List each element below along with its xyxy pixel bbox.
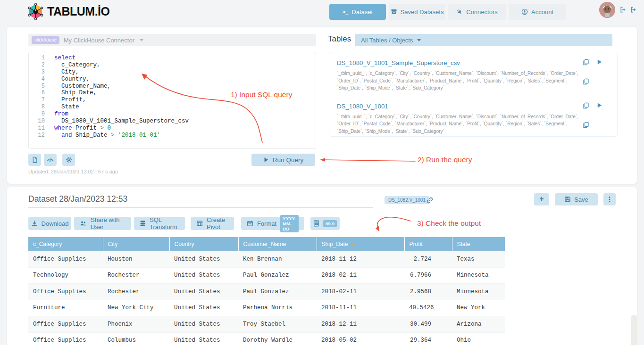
connector-selector[interactable]: clickhouse My ClickHouse Connector — [28, 34, 316, 46]
sql-token: > — [100, 125, 104, 131]
download-button[interactable]: Download — [28, 217, 71, 230]
annotation-input-sql: 1) Input SQL query — [231, 90, 292, 99]
table-cell: Ohio — [452, 332, 505, 345]
format-date-button[interactable]: Format YYYY-MM-DD — [241, 217, 304, 230]
column-header[interactable]: State — [452, 237, 505, 251]
sql-token: Customer_Name, — [54, 83, 111, 90]
column-header[interactable]: Country — [169, 237, 238, 251]
column-header[interactable]: Profit — [404, 237, 452, 251]
dataset-link-icon[interactable] — [426, 197, 434, 204]
run-query-button[interactable]: Run Query — [251, 154, 315, 166]
sql-code-line[interactable]: 12 and Ship_Date > '2018-01-01' — [29, 132, 316, 139]
sql-token: DS_1080_V_1001_Sample_Superstore_csv — [54, 118, 189, 124]
line-number: 9 — [29, 111, 45, 118]
nav-tab-connectors[interactable]: Connectors — [448, 4, 506, 20]
table-row[interactable]: Office SuppliesPhoenixUnited StatesTroy … — [28, 316, 505, 333]
table-cell: 2.9568 — [404, 284, 452, 300]
table-row[interactable]: Office SuppliesRochesterUnited StatesPau… — [28, 284, 505, 300]
table-cell: Office Supplies — [28, 284, 103, 300]
chevron-down-icon — [417, 39, 421, 41]
result-table: c_CategoryCityCountryCustomer_NameShip_D… — [28, 237, 505, 345]
format-code-button[interactable]: </> — [44, 154, 57, 166]
save-dataset-button[interactable]: Save — [555, 193, 598, 205]
line-number: 10 — [29, 118, 45, 125]
avatar[interactable] — [599, 2, 615, 18]
sql-code-line[interactable]: 4 Country, — [29, 76, 316, 83]
vertical-scrollbar-thumb[interactable] — [631, 315, 637, 345]
person-circle-icon — [521, 8, 528, 15]
create-pivot-button[interactable]: Create Pivot — [191, 217, 234, 230]
copy-columns-icon[interactable] — [583, 122, 589, 128]
table-cell: Troy Staebel — [238, 316, 317, 333]
sql-code-line[interactable]: 8 State — [29, 104, 316, 111]
table-entry-name[interactable]: DS_1080_V_1001 — [337, 103, 388, 110]
date-format-dot — [351, 243, 353, 245]
app-root: TABLUM.İO >_ Dataset Saved Datasets Conn… — [0, 0, 644, 345]
add-dataset-button[interactable]: + — [534, 193, 549, 205]
sql-code-line[interactable]: 9from — [29, 111, 316, 118]
format-pattern-badge: YYYY-MM-DD — [280, 215, 299, 232]
table-cell: 2018-11-12 — [317, 251, 404, 267]
table-cell: 29.364 — [404, 332, 452, 345]
sql-token: '2018-01-01' — [118, 132, 160, 139]
query-table-play-icon[interactable] — [596, 102, 602, 108]
table-cell: Office Supplies — [28, 316, 103, 333]
sql-token: Profit, — [54, 97, 86, 103]
line-number: 7 — [29, 97, 45, 104]
sql-code-line[interactable]: 11where Profit > 0 — [29, 125, 316, 132]
table-cell: Texas — [452, 251, 505, 267]
line-number: 1 — [29, 55, 45, 62]
table-row[interactable]: FurnitureNew York CityUnited StatesParhe… — [28, 300, 505, 316]
copy-table-name-icon[interactable] — [583, 59, 589, 66]
query-table-play-icon[interactable] — [596, 59, 602, 65]
table-row[interactable]: TechnologyRochesterUnited StatesPaul Gon… — [28, 267, 505, 284]
document-icon — [32, 156, 38, 163]
copy-columns-icon[interactable] — [583, 78, 589, 85]
column-header[interactable]: Customer_Name — [238, 237, 317, 251]
query-updated-status: Updated: 28/Jan/2023 13:02 | 57 s ago — [28, 169, 118, 174]
column-header[interactable]: Ship_Date — [317, 237, 404, 251]
column-header[interactable]: City — [103, 237, 169, 251]
play-icon — [263, 157, 269, 163]
sql-transform-button[interactable]: SQL Transform — [134, 217, 185, 230]
new-query-button[interactable] — [28, 154, 41, 166]
copy-table-name-icon[interactable] — [583, 102, 589, 109]
table-row[interactable]: Office SuppliesHoustonUnited StatesKen B… — [28, 251, 505, 267]
table-cell: 2018-12-11 — [317, 316, 404, 333]
sql-editor[interactable]: 1select2 c_Category,3 City,4 Country,5 C… — [28, 52, 316, 149]
table-cell: New York City — [103, 300, 169, 316]
sql-code-line[interactable]: 5 Customer_Name, — [29, 83, 316, 90]
line-number: 8 — [29, 104, 45, 111]
app-logo[interactable]: TABLUM.İO — [27, 3, 110, 20]
sql-token: Profit — [72, 125, 100, 131]
connector-name: My ClickHouse Connector — [64, 37, 134, 44]
logout-icon[interactable] — [619, 6, 627, 13]
sql-code-line[interactable]: 3 City, — [29, 69, 316, 76]
table-entry-columns: `_tblm_uuid_`, `c_Category`, `City`, `Co… — [337, 113, 586, 135]
nav-label: Saved Datasets — [401, 8, 444, 16]
tables-list: DS_1080_V_1001_Sample_Superstore_csv `_t… — [329, 52, 618, 137]
table-entry-name[interactable]: DS_1080_V_1001_Sample_Superstore_csv — [337, 59, 460, 66]
sql-token: Ship_Date, — [54, 90, 97, 96]
sql-code-line[interactable]: 2 c_Category, — [29, 62, 316, 69]
table-cell: Technology — [28, 267, 103, 284]
table-cell: Paul Gonzalez — [238, 284, 317, 300]
sql-code-line[interactable]: 1select — [29, 55, 316, 62]
table-row[interactable]: Office SuppliesColumbusUnited StatesDoro… — [28, 332, 505, 345]
save-label: Save — [574, 196, 588, 203]
share-with-user-button[interactable]: Share with User — [74, 217, 131, 230]
nav-tab-account[interactable]: Account — [509, 4, 566, 20]
sql-code-line[interactable]: 10 DS_1080_V_1001_Sample_Superstore_csv — [29, 118, 316, 125]
nav-tab-saved-datasets[interactable]: Saved Datasets — [389, 4, 445, 20]
query-settings-button[interactable] — [62, 154, 75, 166]
number-format-button[interactable]: 99.9 — [310, 217, 340, 230]
sql-token: where — [54, 125, 72, 131]
sql-token: > — [111, 132, 115, 139]
table-cell: United States — [169, 251, 238, 267]
tables-filter-dropdown[interactable]: All Tables / Objects — [355, 34, 612, 46]
column-header[interactable]: c_Category — [28, 237, 103, 251]
exit-session-icon[interactable] — [630, 6, 637, 13]
sql-token: and — [54, 132, 72, 139]
dataset-more-button[interactable] — [603, 193, 616, 205]
nav-tab-dataset[interactable]: >_ Dataset — [329, 4, 386, 20]
